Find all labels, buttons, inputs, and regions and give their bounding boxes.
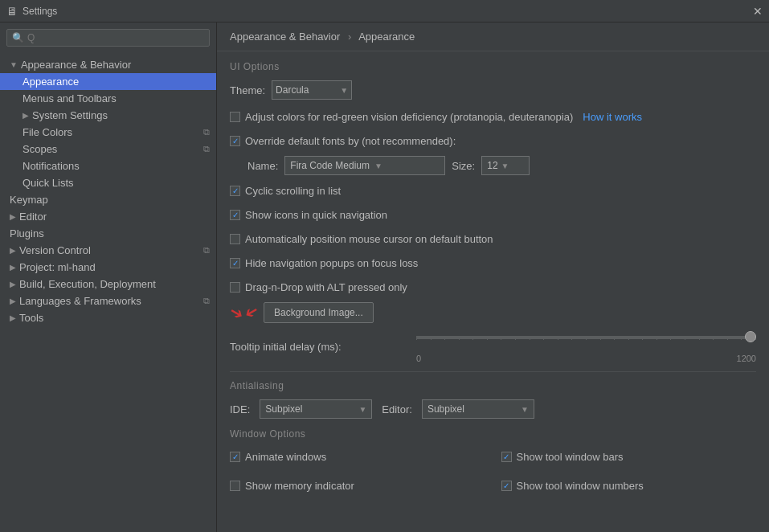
sidebar-item-tools[interactable]: ▶ Tools [0,309,216,326]
font-size-value: 12 [487,160,497,171]
override-fonts-checkbox[interactable] [230,136,240,146]
slider-min: 0 [416,354,421,363]
sidebar-item-appearance-behavior[interactable]: ▼ Appearance & Behavior [0,56,216,73]
sidebar-item-scopes[interactable]: Scopes ⧉ [0,141,216,158]
hide-nav-option: Hide navigation popups on focus loss [230,254,756,272]
nav-tree: ▼ Appearance & Behavior Appearance Menus… [0,53,216,329]
auto-mouse-label: Automatically position mouse cursor on d… [245,233,493,245]
search-icon: 🔍 [12,32,24,43]
antialiasing-header: Antialiasing [230,380,756,391]
sidebar-item-keymap[interactable]: Keymap [0,191,216,208]
sidebar-label: Project: ml-hand [19,261,96,273]
font-name-select[interactable]: Fira Code Medium ▼ [284,156,445,175]
tooltip-slider-container: 0 1200 [416,329,756,363]
search-box[interactable]: 🔍 [6,29,210,47]
editor-select[interactable]: Subpixel ▼ [422,399,534,419]
slider-track [416,336,756,339]
editor-value: Subpixel [427,403,464,415]
font-name-label: Name: [247,160,278,172]
cyclic-scroll-checkbox[interactable] [230,186,240,196]
expand-arrow-icon: ▶ [10,246,16,255]
dropdown-arrow-icon: ▼ [340,86,348,95]
external-icon: ⧉ [203,144,210,154]
sidebar-label: Quick Lists [22,177,74,189]
theme-select[interactable]: Darcula ▼ [272,80,352,100]
sidebar-label: Tools [19,312,43,324]
sidebar: 🔍 ▼ Appearance & Behavior Appearance Men… [0,23,217,532]
window-options-grid: Animate windows Show tool window bars Sh… [230,448,756,501]
show-tool-bars-checkbox[interactable] [501,452,512,462]
background-image-button[interactable]: Background Image... [264,302,374,323]
sidebar-item-appearance[interactable]: Appearance [0,73,216,90]
slider-thumb[interactable] [745,331,756,342]
red-arrow-right: ➔ [241,301,263,324]
expand-arrow-icon: ▶ [22,111,29,120]
expand-arrow-icon: ▶ [10,212,16,221]
sidebar-item-menus-toolbars[interactable]: Menus and Toolbars [0,90,216,107]
ide-label: IDE: [230,403,250,415]
how-it-works-link[interactable]: How it works [583,111,642,123]
close-button[interactable]: ✕ [753,5,763,18]
font-size-select[interactable]: 12 ▼ [481,156,530,175]
auto-mouse-checkbox[interactable] [230,234,240,244]
expand-arrow-icon: ▶ [10,263,16,272]
sidebar-item-build[interactable]: ▶ Build, Execution, Deployment [0,276,216,293]
red-green-checkbox[interactable] [230,112,240,122]
show-icons-label: Show icons in quick navigation [245,209,387,221]
slider-labels: 0 1200 [416,354,756,363]
sidebar-item-file-colors[interactable]: File Colors ⧉ [0,124,216,141]
show-tool-numbers-option: Show tool window numbers [501,477,757,494]
theme-row: Theme: Darcula ▼ [230,80,756,100]
override-fonts-checkbox-wrap: Override default fonts by (not recommend… [230,135,456,147]
search-input[interactable] [27,32,204,43]
breadcrumb-current: Appearance [358,31,415,43]
breadcrumb: Appearance & Behavior › Appearance [217,23,769,51]
sidebar-item-quick-lists[interactable]: Quick Lists [0,174,216,191]
sidebar-item-project[interactable]: ▶ Project: ml-hand [0,259,216,276]
bg-image-row: ➔ ➔ Background Image... [230,302,756,323]
show-icons-checkbox[interactable] [230,210,240,220]
sidebar-label: Build, Execution, Deployment [19,278,156,290]
sidebar-item-editor[interactable]: ▶ Editor [0,208,216,225]
pc-icon: 🖥 [6,5,18,18]
drag-alt-option: Drag-n-Drop with ALT pressed only [230,278,756,296]
animate-windows-checkbox[interactable] [230,452,240,462]
sidebar-label: Languages & Frameworks [19,295,141,307]
sidebar-label: Menus and Toolbars [22,92,117,104]
dropdown-arrow-icon: ▼ [501,162,509,170]
sidebar-item-languages[interactable]: ▶ Languages & Frameworks ⧉ [0,293,216,309]
expand-arrow-icon: ▶ [10,280,16,289]
sidebar-label: Appearance [22,76,79,88]
tooltip-slider-row: Tooltip initial delay (ms): [230,329,756,363]
red-green-label: Adjust colors for red-green vision defic… [245,111,573,123]
sidebar-label: File Colors [22,126,72,138]
show-tool-numbers-label: Show tool window numbers [517,480,644,492]
hide-nav-checkbox[interactable] [230,258,240,268]
dropdown-arrow-icon: ▼ [358,405,366,414]
sidebar-item-plugins[interactable]: Plugins [0,225,216,242]
font-row: Name: Fira Code Medium ▼ Size: 12 ▼ [230,156,756,175]
theme-label: Theme: [230,84,265,96]
show-tool-numbers-checkbox[interactable] [501,481,512,491]
sidebar-item-notifications[interactable]: Notifications [0,158,216,174]
ide-select[interactable]: Subpixel ▼ [260,399,372,419]
dropdown-arrow-icon: ▼ [374,162,382,170]
show-tool-bars-option: Show tool window bars [501,448,757,465]
show-memory-checkbox[interactable] [230,481,240,491]
dropdown-arrow-icon: ▼ [521,405,529,414]
antialiasing-row: IDE: Subpixel ▼ Editor: Subpixel ▼ [230,399,756,419]
sidebar-item-version-control[interactable]: ▶ Version Control ⧉ [0,242,216,259]
hide-nav-label: Hide navigation popups on focus loss [245,257,418,269]
show-memory-option: Show memory indicator [230,477,485,494]
size-label: Size: [452,160,475,172]
animate-windows-label: Animate windows [245,451,326,463]
tooltip-label: Tooltip initial delay (ms): [230,341,407,353]
font-name-value: Fira Code Medium [290,160,370,171]
show-icons-option: Show icons in quick navigation [230,206,756,223]
override-fonts-label: Override default fonts by (not recommend… [245,135,456,147]
expand-arrow-icon: ▶ [10,313,16,322]
sidebar-label: System Settings [32,109,108,121]
drag-alt-checkbox[interactable] [230,282,240,293]
sidebar-item-system-settings[interactable]: ▶ System Settings [0,107,216,124]
cyclic-scroll-label: Cyclic scrolling in list [245,185,341,197]
